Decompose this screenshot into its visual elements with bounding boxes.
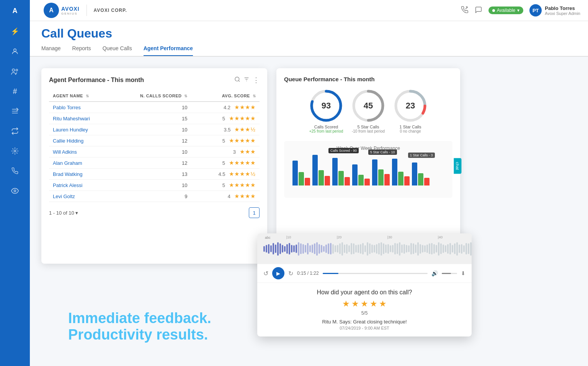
waveform-bar (390, 245, 391, 252)
sidebar-item-lightning[interactable]: ⚡ (7, 24, 23, 39)
agent-name-cell: Lauren Hundley (49, 124, 113, 135)
score-value: 3.5 (221, 127, 230, 133)
play-button[interactable]: ▶ (272, 267, 284, 279)
score-value: 5 (216, 116, 225, 121)
star-rating: ★★★★ (234, 193, 256, 200)
waveform-bar (323, 246, 325, 252)
table-row: Pablo Torres 10 4.2 ★★★★ (49, 102, 260, 113)
agent-name-link[interactable]: Will Adkins (53, 149, 77, 155)
status-label: Available (497, 8, 515, 13)
waveform-bar (364, 245, 366, 252)
time-marker: |10 (286, 235, 291, 239)
bar-red-2 (325, 176, 330, 185)
waveform-bar (353, 243, 354, 254)
sidebar-item-phone[interactable] (7, 163, 23, 179)
page-1-button[interactable]: 1 (249, 207, 260, 218)
stat-1star: 23 1 Star Calls 0 no change (393, 89, 428, 133)
volume-bar[interactable] (442, 273, 457, 274)
panel-header: Agent Performance - This month ⋮ (49, 76, 260, 84)
sidebar-item-hash[interactable]: # (7, 84, 23, 99)
waveform-bar (399, 242, 400, 256)
sidebar-item-user[interactable] (7, 44, 23, 59)
5star-label: 5 Star Calls (358, 125, 379, 129)
filter-icon[interactable] (243, 76, 250, 84)
bar-green-6 (398, 172, 403, 185)
chat-icon[interactable] (475, 6, 482, 15)
score-cell: 4.5 ★★★★½ (191, 169, 260, 180)
waveform-bar (408, 245, 410, 252)
waveform-bar (360, 244, 361, 254)
audio-controls: ↺ ▶ ↻ 0:15 / 1:22 🔊 ⬇ (257, 264, 472, 283)
feedback-comment: Ritu M. Says: Great closing technique! (265, 319, 464, 325)
agent-name-link[interactable]: Pablo Torres (53, 105, 81, 110)
tab-queue-calls[interactable]: Queue Calls (103, 45, 132, 56)
score-cell: 5 ★★★★★ (191, 135, 260, 146)
sidebar-item-settings[interactable] (7, 143, 23, 159)
sidebar-item-transfer[interactable] (7, 123, 23, 139)
calls-count-cell: 9 (113, 191, 191, 202)
waveform-bar (376, 244, 377, 254)
waveform-bar (454, 243, 456, 254)
volume-icon[interactable]: 🔊 (431, 270, 438, 276)
rewind-icon[interactable]: ↺ (263, 270, 268, 277)
bar-blue-4 (352, 164, 358, 185)
more-icon[interactable]: ⋮ (253, 76, 260, 84)
tab-agent-performance[interactable]: Agent Performance (144, 45, 193, 56)
waveform-bar (302, 244, 304, 254)
agent-name-link[interactable]: Ritu Maheshwari (53, 116, 90, 121)
sidebar-item-view[interactable] (7, 183, 23, 199)
bar-group-2 (312, 155, 330, 185)
sidebar-item-users[interactable] (7, 64, 23, 79)
feedback-score: 5/5 (265, 310, 464, 316)
score-cell: 5 ★★★★★ (191, 180, 260, 191)
tooltip-1star: 1 Star Calls - 3 (408, 153, 435, 158)
waveform-bar (307, 243, 309, 254)
status-indicator[interactable]: Available ▾ (488, 7, 523, 14)
1star-value: 23 (406, 101, 415, 111)
agent-name-link[interactable]: Alan Graham (53, 160, 82, 166)
forward-icon[interactable]: ↻ (288, 270, 293, 277)
waveform-bar (426, 245, 428, 253)
agent-name-link[interactable]: Lauren Hundley (53, 127, 88, 133)
1star-label: 1 Star Calls (400, 125, 421, 129)
user-info[interactable]: PT Pablo Torres Avoxi Super Admin (529, 4, 580, 16)
topbar-right: Available ▾ PT Pablo Torres Avoxi Super … (461, 4, 580, 16)
agent-name-link[interactable]: Patrick Alessi (53, 182, 82, 188)
tooltip-5star: 5 Star Calls - 10 (368, 149, 397, 155)
tab-reports[interactable]: Reports (72, 45, 91, 56)
waveform-bar (461, 244, 462, 254)
agent-name-cell: Alan Graham (49, 158, 113, 169)
phone-icon[interactable] (461, 6, 469, 15)
bottom-line2-light: results. (156, 327, 208, 343)
waveform-bar (415, 245, 416, 253)
waveform-bar (282, 245, 283, 253)
sidebar-item-routing[interactable] (7, 103, 23, 119)
star-rating: ★★★★ (234, 104, 256, 111)
bottom-line1: Immediate feedback. (68, 310, 211, 327)
calls-count-cell: 12 (113, 158, 191, 169)
agent-name-link[interactable]: Callie Hidding (53, 138, 83, 144)
svg-point-1 (12, 69, 15, 71)
star-4: ★ (370, 299, 377, 309)
page-header: Call Queues Manage Reports Queue Calls A… (30, 21, 588, 57)
audio-waveform: abc |10|20|30|40 (257, 233, 472, 264)
calls-count-cell: 10 (113, 146, 191, 158)
col-agent-name: AGENT NAME ⇅ (49, 90, 113, 102)
agent-name-link[interactable]: Levi Goltz (53, 194, 75, 199)
chat-tab[interactable]: chat (454, 158, 462, 174)
waveform-bar (371, 245, 373, 253)
bar-blue-1 (292, 161, 298, 185)
search-icon[interactable] (234, 76, 240, 84)
bottom-line2-bold: Productivity (68, 327, 156, 343)
audio-progress-bar[interactable] (323, 273, 428, 274)
agent-performance-panel: Agent Performance - This month ⋮ (41, 68, 267, 264)
bar-group-4 (352, 164, 370, 185)
5star-sublabel: -10 from last period (352, 129, 385, 133)
bar-blue-7 (412, 162, 417, 185)
download-icon[interactable]: ⬇ (461, 270, 466, 276)
agent-name-link[interactable]: Brad Watking (53, 171, 83, 177)
tab-manage[interactable]: Manage (41, 45, 61, 56)
waveform-bar (293, 245, 295, 252)
waveform-bar (273, 243, 274, 254)
pagination-dropdown[interactable]: ▾ (75, 210, 78, 216)
